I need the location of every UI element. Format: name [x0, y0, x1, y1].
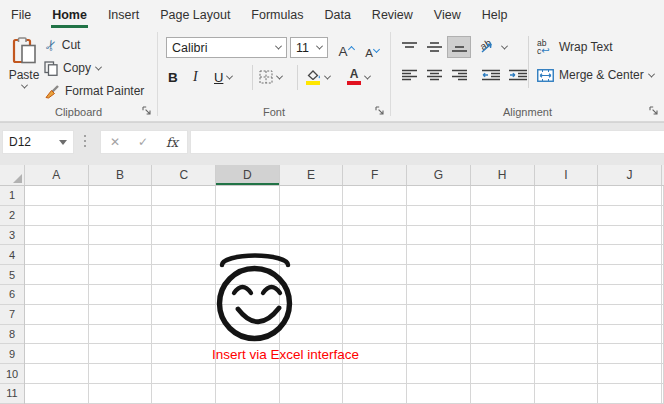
formula-buttons-panel: ✕ ✓ fx	[100, 130, 188, 154]
clipboard-dialog-launcher[interactable]	[142, 106, 152, 116]
font-name-combo[interactable]: Calibri	[166, 37, 287, 58]
tab-review[interactable]: Review	[371, 3, 414, 28]
insert-function-button[interactable]: fx	[166, 135, 178, 150]
format-painter-button[interactable]: Format Painter	[44, 81, 144, 101]
cancel-button[interactable]: ✕	[110, 135, 120, 149]
font-group-label: Font	[158, 106, 390, 118]
bold-glyph: B	[168, 70, 178, 85]
font-color-chevron-icon	[364, 72, 371, 79]
merge-center-label: Merge & Center	[559, 68, 644, 82]
alignment-dialog-launcher[interactable]	[649, 106, 659, 116]
tab-home[interactable]: Home	[51, 3, 88, 28]
center-button[interactable]	[422, 64, 446, 86]
underline-chevron-icon	[226, 72, 233, 79]
enter-button[interactable]: ✓	[138, 135, 148, 149]
cells-area[interactable]	[25, 186, 664, 404]
tab-formulas[interactable]: Formulas	[250, 3, 304, 28]
grow-font-glyph: A	[338, 44, 347, 59]
font-color-button[interactable]: A	[347, 66, 370, 88]
bottom-align-button[interactable]	[447, 36, 471, 58]
merge-center-button[interactable]: Merge & Center	[537, 64, 654, 86]
name-box-dropdown-icon	[59, 140, 67, 145]
column-header-F[interactable]: F	[343, 165, 407, 185]
row-header-6[interactable]: 6	[0, 285, 24, 305]
cut-button[interactable]: ✂ Cut	[45, 35, 80, 55]
increase-indent-button[interactable]	[506, 64, 530, 86]
select-all-button[interactable]	[0, 165, 25, 185]
top-align-button[interactable]	[397, 36, 421, 58]
borders-chevron-icon	[276, 72, 283, 79]
column-header-B[interactable]: B	[89, 165, 153, 185]
smiley-face-with-halo-drawing[interactable]	[210, 246, 296, 344]
column-header-J[interactable]: J	[598, 165, 662, 185]
tab-insert[interactable]: Insert	[107, 3, 140, 28]
decrease-font-size-button[interactable]: A	[360, 37, 384, 59]
caret-up-icon	[347, 46, 354, 53]
row-header-1[interactable]: 1	[0, 186, 24, 206]
column-header-D[interactable]: D	[216, 165, 280, 185]
merge-center-icon	[537, 69, 554, 82]
font-size-value: 11	[296, 41, 309, 55]
wrap-text-icon: ab c↩	[537, 39, 554, 56]
middle-align-button[interactable]	[422, 36, 446, 58]
column-header-H[interactable]: H	[471, 165, 535, 185]
tab-page-layout[interactable]: Page Layout	[159, 3, 231, 28]
borders-button[interactable]	[259, 66, 282, 88]
font-name-chevron-icon	[275, 43, 282, 50]
copy-dropdown-chevron-icon	[95, 63, 102, 70]
row-header-10[interactable]: 10	[0, 364, 24, 384]
column-headers: ABCDEFGHIJ	[0, 165, 664, 186]
font-size-combo[interactable]: 11	[290, 37, 328, 58]
column-header-G[interactable]: G	[407, 165, 471, 185]
font-color-icon: A	[347, 69, 361, 85]
alignment-group: ab ab c↩ Wrap Text	[391, 28, 664, 121]
italic-button[interactable]: I	[193, 66, 198, 88]
middle-align-icon	[427, 41, 442, 53]
copy-label: Copy	[63, 61, 91, 75]
row-header-11[interactable]: 11	[0, 384, 24, 404]
align-right-button[interactable]	[447, 64, 471, 86]
column-header-E[interactable]: E	[280, 165, 344, 185]
row-header-5[interactable]: 5	[0, 265, 24, 285]
font-name-value: Calibri	[172, 41, 207, 55]
merge-center-chevron-icon	[648, 70, 655, 77]
ribbon-tab-bar: FileHomeInsertPage LayoutFormulasDataRev…	[0, 0, 664, 28]
divider	[297, 65, 298, 90]
fill-color-button[interactable]	[305, 66, 330, 88]
alignment-group-label: Alignment	[391, 106, 664, 118]
wrap-text-label: Wrap Text	[559, 40, 613, 54]
format-painter-brush-icon	[44, 84, 60, 99]
formula-bar-grip-icon	[84, 135, 86, 147]
column-header-A[interactable]: A	[25, 165, 89, 185]
copy-icon	[44, 61, 58, 76]
tab-help[interactable]: Help	[481, 3, 509, 28]
column-header-I[interactable]: I	[535, 165, 599, 185]
align-left-button[interactable]	[397, 64, 421, 86]
copy-button[interactable]: Copy	[44, 58, 101, 78]
row-header-8[interactable]: 8	[0, 325, 24, 345]
borders-icon	[259, 70, 273, 84]
annotation-text[interactable]: Insert via Excel interface	[212, 347, 359, 362]
name-box[interactable]: D12	[2, 130, 74, 154]
bold-button[interactable]: B	[168, 66, 178, 88]
row-header-4[interactable]: 4	[0, 245, 24, 265]
font-dialog-launcher[interactable]	[375, 106, 385, 116]
wrap-text-button[interactable]: ab c↩ Wrap Text	[537, 36, 613, 58]
clipboard-group-label: Clipboard	[0, 106, 157, 118]
row-header-2[interactable]: 2	[0, 206, 24, 226]
row-header-7[interactable]: 7	[0, 305, 24, 325]
tab-data[interactable]: Data	[323, 3, 351, 28]
underline-button[interactable]: U	[214, 66, 232, 88]
paste-button[interactable]: Paste	[5, 32, 43, 116]
tab-file[interactable]: File	[10, 3, 32, 28]
fill-color-chevron-icon	[324, 72, 331, 79]
increase-font-size-button[interactable]: A	[334, 37, 358, 59]
decrease-indent-button[interactable]	[479, 64, 503, 86]
underline-glyph: U	[214, 70, 223, 85]
formula-input[interactable]	[190, 130, 664, 154]
orientation-button[interactable]: ab	[479, 36, 507, 58]
row-header-9[interactable]: 9	[0, 344, 24, 364]
tab-view[interactable]: View	[433, 3, 462, 28]
column-header-C[interactable]: C	[152, 165, 216, 185]
row-header-3[interactable]: 3	[0, 226, 24, 246]
